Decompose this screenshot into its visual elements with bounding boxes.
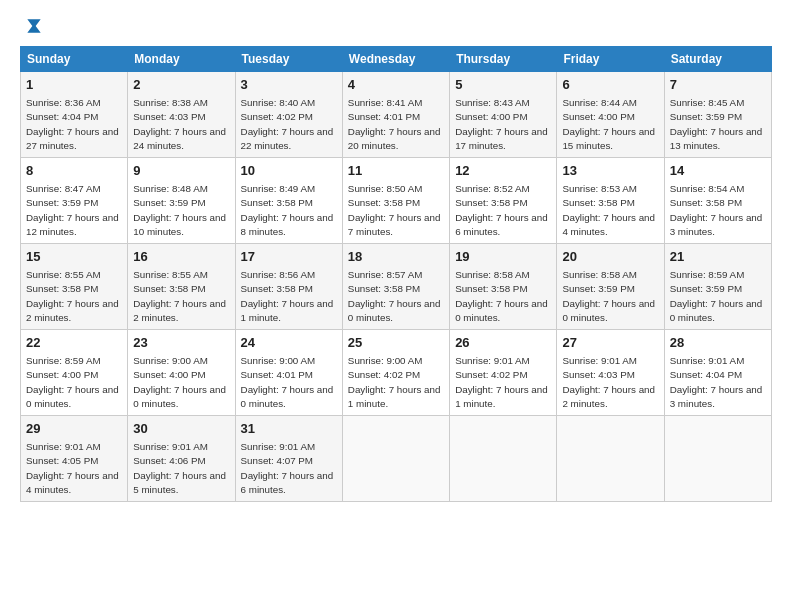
day-info: Sunrise: 9:01 AMSunset: 4:04 PMDaylight:… (670, 354, 766, 411)
calendar-cell (450, 416, 557, 502)
calendar-cell: 13Sunrise: 8:53 AMSunset: 3:58 PMDayligh… (557, 158, 664, 244)
calendar-cell: 15Sunrise: 8:55 AMSunset: 3:58 PMDayligh… (21, 244, 128, 330)
calendar-cell: 24Sunrise: 9:00 AMSunset: 4:01 PMDayligh… (235, 330, 342, 416)
calendar-body: 1Sunrise: 8:36 AMSunset: 4:04 PMDaylight… (21, 72, 772, 502)
day-number: 6 (562, 76, 658, 94)
day-info: Sunrise: 8:49 AMSunset: 3:58 PMDaylight:… (241, 182, 337, 239)
day-number: 29 (26, 420, 122, 438)
day-info: Sunrise: 8:56 AMSunset: 3:58 PMDaylight:… (241, 268, 337, 325)
header (20, 16, 772, 36)
calendar-cell: 5Sunrise: 8:43 AMSunset: 4:00 PMDaylight… (450, 72, 557, 158)
day-number: 11 (348, 162, 444, 180)
calendar-cell: 6Sunrise: 8:44 AMSunset: 4:00 PMDaylight… (557, 72, 664, 158)
day-number: 28 (670, 334, 766, 352)
calendar-cell (557, 416, 664, 502)
col-header-sunday: Sunday (21, 47, 128, 72)
day-number: 1 (26, 76, 122, 94)
col-header-thursday: Thursday (450, 47, 557, 72)
day-number: 27 (562, 334, 658, 352)
day-number: 4 (348, 76, 444, 94)
day-number: 7 (670, 76, 766, 94)
col-header-monday: Monday (128, 47, 235, 72)
day-info: Sunrise: 9:00 AMSunset: 4:00 PMDaylight:… (133, 354, 229, 411)
day-number: 13 (562, 162, 658, 180)
day-info: Sunrise: 8:44 AMSunset: 4:00 PMDaylight:… (562, 96, 658, 153)
week-row-1: 1Sunrise: 8:36 AMSunset: 4:04 PMDaylight… (21, 72, 772, 158)
day-info: Sunrise: 8:38 AMSunset: 4:03 PMDaylight:… (133, 96, 229, 153)
day-info: Sunrise: 8:36 AMSunset: 4:04 PMDaylight:… (26, 96, 122, 153)
calendar-cell: 16Sunrise: 8:55 AMSunset: 3:58 PMDayligh… (128, 244, 235, 330)
day-info: Sunrise: 9:01 AMSunset: 4:06 PMDaylight:… (133, 440, 229, 497)
day-number: 8 (26, 162, 122, 180)
day-number: 21 (670, 248, 766, 266)
calendar-cell: 4Sunrise: 8:41 AMSunset: 4:01 PMDaylight… (342, 72, 449, 158)
day-number: 26 (455, 334, 551, 352)
day-info: Sunrise: 8:54 AMSunset: 3:58 PMDaylight:… (670, 182, 766, 239)
day-info: Sunrise: 8:55 AMSunset: 3:58 PMDaylight:… (26, 268, 122, 325)
day-number: 9 (133, 162, 229, 180)
day-number: 3 (241, 76, 337, 94)
day-info: Sunrise: 8:45 AMSunset: 3:59 PMDaylight:… (670, 96, 766, 153)
col-header-saturday: Saturday (664, 47, 771, 72)
week-row-3: 15Sunrise: 8:55 AMSunset: 3:58 PMDayligh… (21, 244, 772, 330)
day-info: Sunrise: 8:57 AMSunset: 3:58 PMDaylight:… (348, 268, 444, 325)
calendar-cell: 1Sunrise: 8:36 AMSunset: 4:04 PMDaylight… (21, 72, 128, 158)
day-info: Sunrise: 8:50 AMSunset: 3:58 PMDaylight:… (348, 182, 444, 239)
calendar-cell: 11Sunrise: 8:50 AMSunset: 3:58 PMDayligh… (342, 158, 449, 244)
calendar-cell: 26Sunrise: 9:01 AMSunset: 4:02 PMDayligh… (450, 330, 557, 416)
day-info: Sunrise: 8:48 AMSunset: 3:59 PMDaylight:… (133, 182, 229, 239)
calendar-cell (342, 416, 449, 502)
calendar-page: SundayMondayTuesdayWednesdayThursdayFrid… (0, 0, 792, 612)
week-row-4: 22Sunrise: 8:59 AMSunset: 4:00 PMDayligh… (21, 330, 772, 416)
day-info: Sunrise: 9:01 AMSunset: 4:02 PMDaylight:… (455, 354, 551, 411)
calendar-cell: 22Sunrise: 8:59 AMSunset: 4:00 PMDayligh… (21, 330, 128, 416)
day-number: 31 (241, 420, 337, 438)
week-row-2: 8Sunrise: 8:47 AMSunset: 3:59 PMDaylight… (21, 158, 772, 244)
day-info: Sunrise: 8:55 AMSunset: 3:58 PMDaylight:… (133, 268, 229, 325)
day-info: Sunrise: 8:58 AMSunset: 3:59 PMDaylight:… (562, 268, 658, 325)
day-number: 19 (455, 248, 551, 266)
calendar-cell: 14Sunrise: 8:54 AMSunset: 3:58 PMDayligh… (664, 158, 771, 244)
calendar-cell: 29Sunrise: 9:01 AMSunset: 4:05 PMDayligh… (21, 416, 128, 502)
calendar-table: SundayMondayTuesdayWednesdayThursdayFrid… (20, 46, 772, 502)
day-info: Sunrise: 8:59 AMSunset: 4:00 PMDaylight:… (26, 354, 122, 411)
day-info: Sunrise: 8:52 AMSunset: 3:58 PMDaylight:… (455, 182, 551, 239)
day-number: 25 (348, 334, 444, 352)
day-number: 18 (348, 248, 444, 266)
calendar-cell: 17Sunrise: 8:56 AMSunset: 3:58 PMDayligh… (235, 244, 342, 330)
day-info: Sunrise: 9:01 AMSunset: 4:07 PMDaylight:… (241, 440, 337, 497)
calendar-cell: 3Sunrise: 8:40 AMSunset: 4:02 PMDaylight… (235, 72, 342, 158)
day-info: Sunrise: 9:00 AMSunset: 4:01 PMDaylight:… (241, 354, 337, 411)
day-number: 23 (133, 334, 229, 352)
calendar-cell: 28Sunrise: 9:01 AMSunset: 4:04 PMDayligh… (664, 330, 771, 416)
day-number: 14 (670, 162, 766, 180)
day-number: 12 (455, 162, 551, 180)
col-header-tuesday: Tuesday (235, 47, 342, 72)
day-number: 5 (455, 76, 551, 94)
day-of-week-row: SundayMondayTuesdayWednesdayThursdayFrid… (21, 47, 772, 72)
calendar-cell: 19Sunrise: 8:58 AMSunset: 3:58 PMDayligh… (450, 244, 557, 330)
calendar-cell: 20Sunrise: 8:58 AMSunset: 3:59 PMDayligh… (557, 244, 664, 330)
calendar-cell: 7Sunrise: 8:45 AMSunset: 3:59 PMDaylight… (664, 72, 771, 158)
day-number: 30 (133, 420, 229, 438)
logo-flag-icon (24, 16, 44, 36)
day-number: 16 (133, 248, 229, 266)
day-info: Sunrise: 8:58 AMSunset: 3:58 PMDaylight:… (455, 268, 551, 325)
day-number: 17 (241, 248, 337, 266)
day-number: 15 (26, 248, 122, 266)
col-header-friday: Friday (557, 47, 664, 72)
day-info: Sunrise: 8:41 AMSunset: 4:01 PMDaylight:… (348, 96, 444, 153)
day-number: 22 (26, 334, 122, 352)
day-info: Sunrise: 8:53 AMSunset: 3:58 PMDaylight:… (562, 182, 658, 239)
day-number: 20 (562, 248, 658, 266)
calendar-cell: 31Sunrise: 9:01 AMSunset: 4:07 PMDayligh… (235, 416, 342, 502)
calendar-cell: 25Sunrise: 9:00 AMSunset: 4:02 PMDayligh… (342, 330, 449, 416)
day-info: Sunrise: 8:43 AMSunset: 4:00 PMDaylight:… (455, 96, 551, 153)
calendar-cell: 18Sunrise: 8:57 AMSunset: 3:58 PMDayligh… (342, 244, 449, 330)
calendar-cell: 12Sunrise: 8:52 AMSunset: 3:58 PMDayligh… (450, 158, 557, 244)
calendar-cell: 2Sunrise: 8:38 AMSunset: 4:03 PMDaylight… (128, 72, 235, 158)
svg-marker-0 (27, 19, 40, 32)
week-row-5: 29Sunrise: 9:01 AMSunset: 4:05 PMDayligh… (21, 416, 772, 502)
logo (20, 16, 44, 36)
calendar-cell: 21Sunrise: 8:59 AMSunset: 3:59 PMDayligh… (664, 244, 771, 330)
